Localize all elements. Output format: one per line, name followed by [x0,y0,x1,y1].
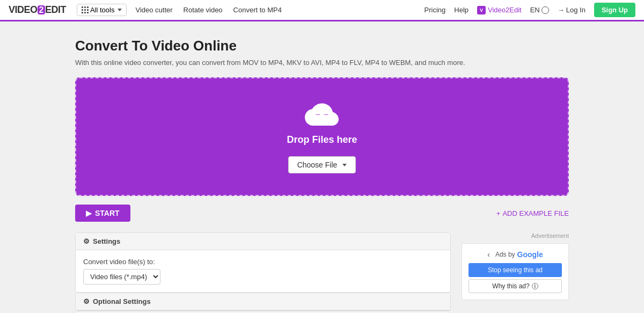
logo-text: VIDEO2EDIT [9,4,66,16]
why-this-label: Why this ad? [492,282,529,290]
ads-back-arrow-icon[interactable]: ‹ [487,250,490,259]
main-content: Convert To Video Online With this online… [64,21,580,313]
nav-link-rotate-video[interactable]: Rotate video [184,6,223,14]
why-info-icon: ℹ [532,283,538,289]
logo-part3: EDIT [45,4,66,15]
logo: VIDEO2EDIT [9,4,66,16]
nav-link-video-cutter[interactable]: Video cutter [135,6,172,14]
settings-panel: ⚙ Settings Convert video file(s) to: Vid… [75,232,451,293]
choose-file-button[interactable]: Choose File [288,156,356,173]
all-tools-button[interactable]: All tools [77,4,127,16]
add-example-label: ADD EXAMPLE FILE [502,209,569,217]
navbar: VIDEO2EDIT All tools Video cutter Rotate… [0,0,644,21]
nav-link-convert-mp4[interactable]: Convert to MP4 [233,6,282,14]
language-button[interactable]: EN [530,6,549,14]
add-icon: + [496,209,501,217]
dropzone[interactable]: Drop Files here Choose File [75,77,569,196]
why-this-button[interactable]: Why this ad? ℹ [469,279,562,293]
ads-box: ‹ Ads by Google Stop seeing this ad Why … [462,243,569,300]
video2edit-label: Video2Edit [488,6,522,14]
login-button[interactable]: → Log In [558,6,586,14]
convert-label: Convert video file(s) to: [83,258,443,266]
grid-icon [82,6,88,13]
choose-file-label: Choose File [297,161,338,169]
ads-column: Advertisement ‹ Ads by Google Stop seein… [462,232,569,300]
upload-cloud-icon [305,100,339,129]
video-settings-panel: 📹 Settings for Video Change frame rate: … [75,311,451,313]
choose-file-chevron-icon [342,164,347,166]
all-tools-chevron-icon [118,9,122,11]
page-subtitle: With this online video converter, you ca… [75,59,569,67]
login-arrow-icon: → [558,6,565,14]
settings-panel-body: Convert video file(s) to: Video files (*… [76,250,450,292]
drop-files-text: Drop Files here [87,134,557,145]
signup-button[interactable]: Sign Up [594,3,635,17]
stop-seeing-button[interactable]: Stop seeing this ad [469,263,562,277]
start-arrow-icon: ▶ [86,209,92,217]
action-row: ▶ START + ADD EXAMPLE FILE [75,205,569,222]
video2edit-button[interactable]: V Video2Edit [477,6,522,14]
ads-by-label: Ads by [495,251,515,258]
start-label: START [95,209,120,217]
page-title: Convert To Video Online [75,38,569,54]
optional-settings-label: Optional Settings [93,297,151,305]
convert-format-select[interactable]: Video files (*.mp4) Video files (*.avi) … [83,269,160,285]
nav-links: Video cutter Rotate video Convert to MP4 [135,6,424,14]
google-label: Google [517,250,543,259]
logo-part2: 2 [38,5,45,14]
settings-label: Settings [93,237,120,245]
lang-label: EN [530,6,540,14]
all-tools-label: All tools [90,6,115,14]
start-button[interactable]: ▶ START [75,205,130,222]
logo-part1: VIDEO [9,4,38,15]
settings-column: ⚙ Settings Convert video file(s) to: Vid… [75,232,451,313]
pricing-link[interactable]: Pricing [425,6,446,14]
nav-right: Pricing Help V Video2Edit EN → Log In Si… [425,3,635,17]
optional-settings-panel: ⚙ Optional Settings [75,293,451,311]
help-link[interactable]: Help [454,6,469,14]
login-label: Log In [566,6,586,14]
add-example-button[interactable]: + ADD EXAMPLE FILE [496,209,569,217]
video2edit-icon: V [477,6,486,14]
two-col-layout: ⚙ Settings Convert video file(s) to: Vid… [75,232,569,313]
advertisement-label: Advertisement [462,232,569,239]
settings-gear-icon: ⚙ [83,237,90,245]
optional-settings-header: ⚙ Optional Settings [76,293,450,310]
optional-gear-icon: ⚙ [83,297,90,305]
globe-icon [541,6,549,14]
settings-panel-header: ⚙ Settings [76,233,450,250]
ads-by-google: ‹ Ads by Google [469,250,562,259]
